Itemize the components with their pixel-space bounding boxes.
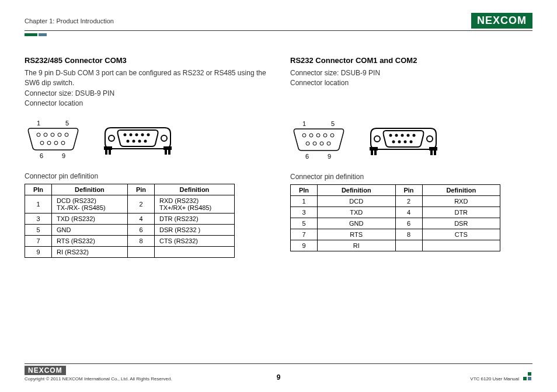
- cell: GND: [318, 218, 396, 229]
- svg-point-31: [306, 142, 309, 145]
- svg-point-8: [61, 141, 65, 145]
- col-left: RS232/485 Connector COM3 The 9 pin D-Sub…: [25, 56, 267, 258]
- svg-rect-40: [434, 150, 436, 155]
- table-row: 1DCD (RS232) TX-/RX- (RS485)2RXD (RS232)…: [25, 195, 235, 213]
- svg-rect-38: [374, 150, 377, 155]
- svg-point-50: [404, 140, 407, 143]
- dsub-outline-icon: 1 5 6 9: [27, 120, 79, 160]
- svg-point-1: [44, 133, 47, 136]
- cell: 2: [395, 195, 422, 206]
- cell: CTS: [422, 229, 500, 240]
- svg-rect-52: [523, 377, 527, 380]
- cell: 3: [291, 206, 318, 218]
- cell: DCD (RS232) TX-/RX- (RS485): [52, 195, 128, 213]
- svg-rect-13: [165, 150, 167, 155]
- cell: 5: [25, 224, 52, 235]
- brand-text: NEXCOM: [477, 15, 527, 27]
- svg-point-0: [37, 133, 40, 136]
- left-p1: The 9 pin D-Sub COM 3 port can be config…: [25, 68, 267, 89]
- right-table-title: Connector pin definition: [290, 173, 532, 181]
- svg-point-17: [124, 133, 127, 136]
- table-row: 7RTS8CTS: [291, 229, 500, 240]
- footer-right: VTC 6120 User Manual: [470, 371, 532, 382]
- footer-left: NEXCOM Copyright © 2011 NEXCOM Internati…: [25, 366, 172, 382]
- svg-point-46: [407, 134, 410, 136]
- left-title: RS232/485 Connector COM3: [25, 56, 267, 65]
- svg-point-20: [141, 133, 144, 136]
- th: Definition: [52, 184, 128, 195]
- svg-point-49: [398, 140, 401, 143]
- page-footer: NEXCOM Copyright © 2011 NEXCOM Internati…: [25, 363, 532, 382]
- svg-point-3: [58, 133, 61, 136]
- svg-point-6: [47, 141, 51, 145]
- cell: DTR (RS232): [154, 213, 234, 224]
- th: Pin: [395, 184, 422, 195]
- cell: 8: [395, 229, 422, 240]
- svg-rect-11: [105, 150, 107, 155]
- cell: [154, 246, 234, 257]
- table-header-row: PIn Definition Pin Definition: [25, 184, 235, 195]
- svg-rect-53: [528, 377, 531, 380]
- brand-logo-footer: NEXCOM: [25, 366, 66, 375]
- manual-name: VTC 6120 User Manual: [470, 376, 519, 382]
- cell: 4: [127, 213, 154, 224]
- svg-rect-37: [371, 150, 373, 155]
- table-row: 9RI: [291, 240, 500, 251]
- cell: 2: [127, 195, 154, 213]
- th: PIn: [291, 184, 318, 195]
- cell: 5: [291, 218, 318, 229]
- cell: 6: [395, 218, 422, 229]
- svg-point-43: [389, 134, 392, 136]
- cell: 7: [25, 235, 52, 246]
- svg-rect-14: [168, 150, 170, 155]
- cell: RI (RS232): [52, 246, 128, 257]
- cell: 1: [291, 195, 318, 206]
- svg-point-7: [54, 141, 58, 145]
- table-row: 7RTS (RS232)8CTS (RS232): [25, 235, 235, 246]
- table-row: 3TXD4DTR: [291, 206, 500, 218]
- svg-point-19: [135, 133, 138, 136]
- right-title: RS232 Connector COM1 and COM2: [290, 56, 532, 65]
- right-p1: Connector size: DSUB-9 PIN: [290, 68, 532, 78]
- svg-point-25: [144, 139, 147, 142]
- left-diagrams: 1 5 6 9: [27, 120, 267, 160]
- svg-point-26: [302, 134, 306, 137]
- svg-point-15: [109, 135, 114, 141]
- footer-corner-icon: [523, 371, 532, 382]
- table-row: 5GND6DSR (RS232 ): [25, 224, 235, 235]
- cell: DSR (RS232 ): [154, 224, 234, 235]
- accent-bar: [25, 33, 532, 36]
- cell: RXD (RS232) TX+/RX+ (RS485): [154, 195, 234, 213]
- svg-point-41: [374, 136, 380, 142]
- cell: [422, 240, 500, 251]
- footer-line: NEXCOM Copyright © 2011 NEXCOM Internati…: [25, 366, 532, 382]
- table-row: 1DCD2RXD: [291, 195, 500, 206]
- pin-label-bl: 6: [305, 153, 309, 160]
- cell: 4: [395, 206, 422, 218]
- pin-label-tr: 5: [331, 120, 335, 127]
- left-table-title: Connector pin definition: [25, 172, 267, 180]
- cell: 1: [25, 195, 52, 213]
- cell: CTS (RS232): [154, 235, 234, 246]
- cell: 8: [127, 235, 154, 246]
- svg-point-27: [309, 134, 313, 137]
- table-header-row: PIn Definition Pin Definition: [291, 184, 500, 195]
- cell: [395, 240, 422, 251]
- pin-label-br: 9: [62, 152, 65, 159]
- cell: DTR: [422, 206, 500, 218]
- svg-point-4: [65, 133, 68, 136]
- svg-point-47: [413, 134, 416, 136]
- cell: 9: [25, 246, 52, 257]
- cell: DSR: [422, 218, 500, 229]
- cell: DCD: [318, 195, 396, 206]
- cell: RI: [318, 240, 396, 251]
- page-header: Chapter 1: Product Introduction NEXCOM: [25, 13, 532, 31]
- svg-point-45: [401, 134, 404, 136]
- svg-point-16: [161, 135, 167, 141]
- table-row: 5GND6DSR: [291, 218, 500, 229]
- cell: TXD: [318, 206, 396, 218]
- pin-label-br: 9: [328, 153, 331, 160]
- svg-point-29: [323, 134, 327, 137]
- brand-logo-top: NEXCOM: [471, 13, 532, 29]
- cell: GND: [52, 224, 128, 235]
